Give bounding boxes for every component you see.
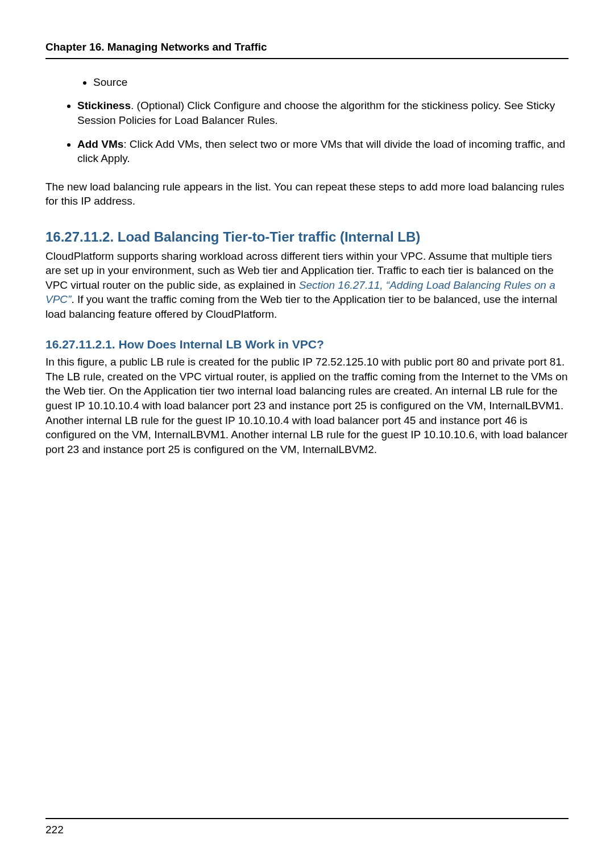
list-item-strong: Stickiness (77, 99, 131, 111)
list-item-strong: Add VMs (77, 138, 123, 150)
subsection-title: How Does Internal LB Work in VPC? (118, 338, 323, 351)
subsection-number: 16.27.11.2.1. (45, 338, 115, 351)
section-body: CloudPlatform supports sharing workload … (45, 249, 569, 322)
section-number: 16.27.11.2. (45, 229, 114, 244)
page-number: 222 (45, 823, 569, 837)
page-footer: 222 (45, 818, 569, 837)
list-item: Source (93, 75, 569, 90)
section-heading: 16.27.11.2. Load Balancing Tier-to-Tier … (45, 228, 569, 246)
subsection-heading: 16.27.11.2.1. How Does Internal LB Work … (45, 337, 569, 352)
list-item-text: . (Optional) Click Configure and choose … (77, 99, 555, 126)
body-paragraph: The new load balancing rule appears in t… (45, 180, 569, 209)
subsection-body: In this figure, a public LB rule is crea… (45, 355, 569, 456)
page-container: Chapter 16. Managing Networks and Traffi… (0, 0, 614, 868)
nested-bullet-list: Source (45, 75, 569, 90)
bullet-list: Stickiness. (Optional) Click Configure a… (45, 98, 569, 166)
running-header: Chapter 16. Managing Networks and Traffi… (45, 40, 569, 59)
list-item-text: Source (93, 76, 127, 88)
section-title: Load Balancing Tier-to-Tier traffic (Int… (118, 229, 421, 244)
list-item: Stickiness. (Optional) Click Configure a… (77, 98, 569, 127)
list-item-text: : Click Add VMs, then select two or more… (77, 138, 565, 165)
list-item: Add VMs: Click Add VMs, then select two … (77, 137, 569, 166)
section-body-text: . If you want the traffic coming from th… (45, 293, 557, 320)
footer-rule (45, 818, 569, 819)
